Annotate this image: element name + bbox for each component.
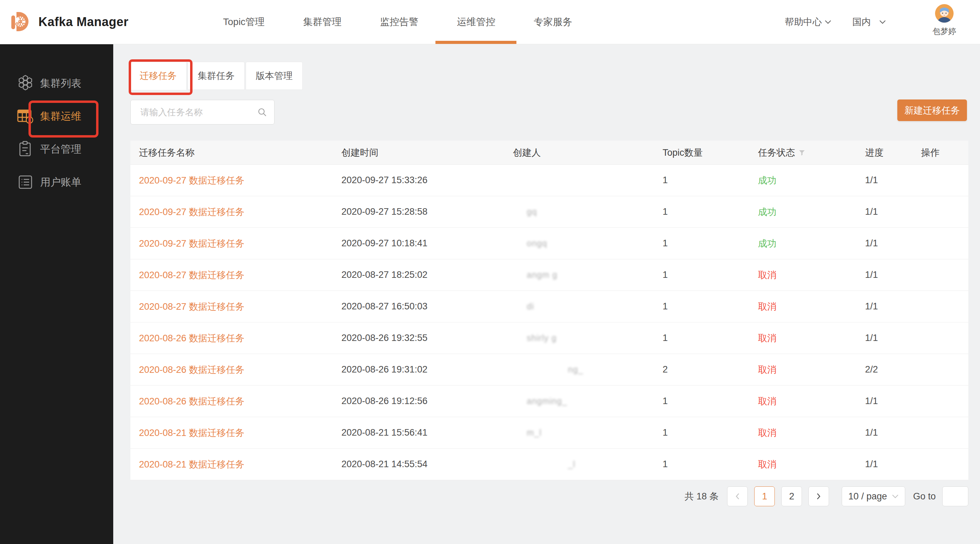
progress: 1/1 (865, 270, 921, 280)
brand: Kafka Manager (10, 0, 129, 44)
user-profile[interactable]: 包梦婷 (926, 4, 962, 37)
column-header-creator: 创建人 (513, 146, 663, 159)
page-button-1[interactable]: 1 (754, 486, 775, 506)
next-page-button[interactable] (808, 486, 829, 506)
column-header-task-status: 任务状态 (758, 146, 865, 159)
top-nav: Topic管理 集群管理 监控告警 运维管控 专家服务 (223, 0, 572, 44)
progress: 1/1 (865, 333, 921, 343)
pagination: 共 18 条 1 2 10 / page Go to (130, 486, 968, 507)
creator-blurred: angming_ (513, 396, 663, 406)
created-time: 2020-08-26 19:12:56 (341, 396, 513, 406)
prev-page-button[interactable] (727, 486, 748, 506)
migration-task-link[interactable]: 2020-08-27 数据迁移任务 (139, 270, 245, 280)
task-status: 取消 (758, 427, 865, 439)
topic-count: 2 (663, 364, 758, 375)
page-button-2[interactable]: 2 (781, 486, 802, 506)
task-status: 取消 (758, 395, 865, 408)
nav-item-topic[interactable]: Topic管理 (223, 0, 264, 44)
page-size-value: 10 / page (848, 491, 887, 502)
topic-count: 1 (663, 427, 758, 438)
migration-task-link[interactable]: 2020-08-21 数据迁移任务 (139, 428, 245, 438)
nav-item-ops[interactable]: 运维管控 (457, 0, 495, 44)
goto-page-input[interactable] (942, 486, 968, 506)
tab-version-management[interactable]: 版本管理 (246, 62, 303, 90)
avatar[interactable] (935, 4, 954, 24)
topic-count: 1 (663, 333, 758, 343)
sidebar-item-cluster-ops[interactable]: $ 集群运维 (0, 100, 113, 133)
nav-item-monitor[interactable]: 监控告警 (380, 0, 418, 44)
created-time: 2020-08-27 18:25:02 (341, 270, 513, 280)
column-header-progress: 进度 (865, 146, 921, 159)
progress: 1/1 (865, 175, 921, 186)
migration-task-link[interactable]: 2020-08-27 数据迁移任务 (139, 301, 245, 312)
hexagon-cluster-icon (16, 73, 35, 93)
progress: 1/1 (865, 301, 921, 312)
migration-task-link[interactable]: 2020-08-26 数据迁移任务 (139, 396, 245, 406)
tab-migration-tasks[interactable]: 迁移任务 (130, 62, 187, 90)
migration-task-link[interactable]: 2020-08-26 数据迁移任务 (139, 333, 245, 343)
migration-task-table: 迁移任务名称 创建时间 创建人 Topic数量 任务状态 进度 操作 2020-… (130, 141, 968, 480)
page: { "header": { "title": "Kafka Manager", … (0, 0, 980, 544)
column-header-action: 操作 (921, 146, 968, 159)
table-row: 2020-08-27 数据迁移任务 2020-08-27 18:25:02 an… (130, 259, 968, 291)
chevron-right-icon (816, 493, 821, 500)
table-row: 2020-08-26 数据迁移任务 2020-08-26 19:12:56 an… (130, 385, 968, 417)
created-time: 2020-08-26 19:32:55 (341, 333, 513, 343)
new-migration-task-button[interactable]: 新建迁移任务 (897, 100, 967, 121)
sidebar-item-label: 平台管理 (40, 142, 81, 156)
task-status: 取消 (758, 269, 865, 281)
kafka-manager-logo-icon (10, 10, 32, 33)
creator-blurred: gq (513, 207, 663, 217)
task-status: 取消 (758, 363, 865, 376)
table-body: 2020-09-27 数据迁移任务 2020-09-27 15:33:26 1 … (130, 165, 968, 480)
task-status: 取消 (758, 332, 865, 344)
search-input[interactable] (140, 107, 258, 118)
created-time: 2020-08-26 19:31:02 (341, 364, 513, 375)
created-time: 2020-08-21 15:56:41 (341, 427, 513, 438)
progress: 1/1 (865, 206, 921, 217)
created-time: 2020-09-27 10:18:41 (341, 238, 513, 249)
tab-cluster-tasks[interactable]: 集群任务 (188, 62, 245, 90)
topic-count: 1 (663, 396, 758, 406)
tab-bar: 迁移任务 集群任务 版本管理 (130, 62, 303, 90)
creator-blurred: m_l (513, 428, 663, 438)
page-size-select[interactable]: 10 / page (842, 486, 905, 506)
creator-blurred: ng_ (513, 365, 663, 374)
nav-item-expert[interactable]: 专家服务 (534, 0, 572, 44)
filter-funnel-icon[interactable] (799, 149, 805, 156)
task-status: 取消 (758, 300, 865, 313)
topic-count: 1 (663, 301, 758, 312)
sidebar-item-platform[interactable]: 平台管理 (0, 133, 113, 166)
task-status: 成功 (758, 206, 865, 218)
migration-task-link[interactable]: 2020-08-26 数据迁移任务 (139, 365, 245, 375)
chevron-down-icon (824, 20, 831, 24)
sidebar-item-user-bill[interactable]: 用户账单 (0, 166, 113, 198)
topic-count: 1 (663, 238, 758, 249)
migration-task-link[interactable]: 2020-09-27 数据迁移任务 (139, 238, 245, 249)
ops-billing-icon: $ (16, 106, 35, 126)
progress: 1/1 (865, 459, 921, 469)
creator-blurred: ongq (513, 238, 663, 248)
creator-blurred: di (513, 301, 663, 311)
sidebar-item-cluster-list[interactable]: 集群列表 (0, 67, 113, 100)
help-center-label: 帮助中心 (785, 16, 822, 28)
chevron-down-icon (892, 494, 899, 498)
sidebar-item-label: 用户账单 (40, 175, 81, 189)
column-header-task-name: 迁移任务名称 (139, 146, 341, 159)
search-box (130, 100, 275, 125)
main-content: 迁移任务 集群任务 版本管理 新建迁移任务 迁移任务名称 创建时间 创建人 To… (113, 44, 980, 544)
task-status: 成功 (758, 174, 865, 187)
migration-task-link[interactable]: 2020-08-21 数据迁移任务 (139, 459, 245, 469)
region-dropdown[interactable]: 国内 (852, 0, 886, 44)
migration-task-link[interactable]: 2020-09-27 数据迁移任务 (139, 207, 245, 217)
table-row: 2020-08-26 数据迁移任务 2020-08-26 19:32:55 sh… (130, 322, 968, 354)
username: 包梦婷 (933, 26, 956, 37)
migration-task-link[interactable]: 2020-09-27 数据迁移任务 (139, 175, 245, 186)
progress: 1/1 (865, 238, 921, 249)
created-time: 2020-09-27 15:33:26 (341, 175, 513, 186)
topic-count: 1 (663, 270, 758, 280)
help-center-dropdown[interactable]: 帮助中心 (785, 0, 831, 44)
creator-blurred: _l (513, 459, 663, 469)
svg-text:$: $ (28, 117, 31, 123)
nav-item-cluster[interactable]: 集群管理 (303, 0, 341, 44)
